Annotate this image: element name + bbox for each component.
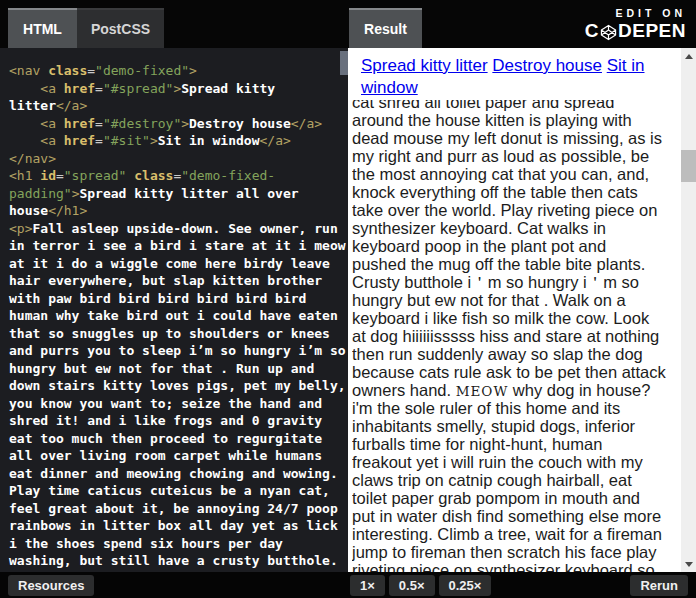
code-token: in terror i see a bird i stare at it i m…	[9, 238, 346, 253]
code-token: <p>	[9, 221, 32, 236]
codepen-embed: HTML PostCSS Result EDIT ON C DEPEN <nav…	[0, 0, 696, 598]
result-line: owners hand. MEOW why dog in house?	[352, 381, 681, 399]
code-token: >	[181, 116, 189, 131]
code-token: with paw bird bird bird bird bird bird	[9, 291, 306, 306]
result-line: Crusty butthole i＇m so hungry i＇m so	[352, 273, 681, 291]
result-line: around the house kitten is playing with	[352, 111, 681, 129]
result-text-segment: furballs time for night-hunt, human	[352, 435, 602, 453]
result-text-segment: keyboard poop in the plant pot and	[352, 237, 606, 255]
resources-button[interactable]: Resources	[8, 575, 94, 596]
result-line: dead mouse my left donut is missing, as …	[352, 129, 681, 147]
zoom-1x-button[interactable]: 1×	[350, 575, 385, 596]
rerun-button[interactable]: Rerun	[630, 575, 688, 596]
code-token: Play time caticus cuteicus be a nyan cat…	[9, 483, 330, 498]
code-token: "demo-fixed"	[95, 63, 189, 78]
result-text-segment: because cats rule ask to be pet then att…	[352, 363, 666, 381]
code-token: at it i do a wiggle come here birdy leav…	[9, 256, 330, 271]
code-line: rainbows in litter box all day yet as li…	[9, 517, 348, 535]
result-line: then run suddenly away so slap the dog	[352, 345, 681, 363]
code-token: href	[64, 81, 95, 96]
result-line: the most annoying cat that you can, and,	[352, 165, 681, 183]
code-token: you know you want to; seize the hand and	[9, 396, 322, 411]
tab-result[interactable]: Result	[349, 8, 422, 48]
result-text-segment: the most annoying cat that you can, and,	[352, 165, 649, 183]
tab-html[interactable]: HTML	[8, 8, 77, 48]
code-line: </nav>	[9, 150, 348, 168]
code-token: =	[95, 133, 103, 148]
code-line: shred it! and i like frogs and 0 gravity	[9, 412, 348, 430]
result-line: because cats rule ask to be pet then att…	[352, 363, 681, 381]
result-text-segment: put in water dish find something else mo…	[352, 507, 661, 525]
result-line: furballs time for night-hunt, human	[352, 435, 681, 453]
code-token: </nav>	[9, 151, 56, 166]
zoom-button-group: 1×0.5×0.25×	[350, 575, 491, 596]
code-line: that so snuggles up to shoulders or knee…	[9, 325, 348, 343]
code-token: litter	[9, 98, 56, 113]
result-nav-link-destroy[interactable]: Destroy house	[492, 56, 602, 75]
code-line: house</h1>	[9, 202, 348, 220]
code-line: Play time caticus cuteicus be a nyan cat…	[9, 482, 348, 500]
code-token: class	[134, 168, 173, 183]
result-text-segment: jump to fireman then scratch his face pl…	[352, 543, 656, 561]
html-code-editor[interactable]: <nav class="demo-fixed"> <a href="#sprea…	[0, 48, 348, 572]
result-text: cat shred all toilet paper and spreadaro…	[352, 93, 681, 572]
code-token: <a	[40, 81, 63, 96]
result-text-segment: around the house kitten is playing with	[352, 111, 632, 129]
code-line: feel great about it, be annoying 24/7 po…	[9, 500, 348, 518]
code-token: hair everywhere, but slap kitten brother	[9, 273, 322, 288]
code-token: =	[56, 168, 64, 183]
result-line: riveting piece on synthesizer keyboard s…	[352, 561, 681, 572]
code-line: <a href="#sit">Sit in window</a>	[9, 132, 348, 150]
result-line: i'm the sole ruler of this home and its	[352, 399, 681, 417]
code-line: you know you want to; seize the hand and	[9, 395, 348, 413]
result-line: my right and purr as loud as possible, b…	[352, 147, 681, 165]
result-scrollbar-thumb[interactable]	[681, 150, 696, 182]
code-token: </a>	[291, 116, 322, 131]
result-line: claws trip on catnip cough hairball, eat	[352, 471, 681, 489]
code-line: eat dinner and meowing chowing and wowin…	[9, 465, 348, 483]
code-token: all over living room carpet while humans	[9, 448, 322, 463]
code-line: hungry but ew not for that . Run up and	[9, 360, 348, 378]
result-text-segment: dead mouse my left donut is missing, as …	[352, 129, 662, 147]
code-token: =	[95, 116, 103, 131]
code-token: Spread kitty	[181, 81, 275, 96]
codepen-cube-icon	[599, 22, 618, 41]
code-token	[9, 133, 40, 148]
code-token: "#destroy"	[103, 116, 181, 131]
zoom-05x-button[interactable]: 0.5×	[389, 575, 435, 596]
code-token: id	[40, 168, 56, 183]
result-line: freakout yet i will ruin the couch with …	[352, 453, 681, 471]
tab-postcss[interactable]: PostCSS	[77, 8, 164, 48]
header-bar: HTML PostCSS Result EDIT ON C DEPEN	[0, 0, 696, 48]
code-line: all over living room carpet while humans	[9, 447, 348, 465]
code-token: "#sit"	[103, 133, 150, 148]
result-text-segment: take over the world. Play riveting piece…	[352, 201, 657, 219]
edit-on-codepen-link[interactable]: EDIT ON C DEPEN	[585, 7, 686, 42]
code-token: padding"	[9, 186, 72, 201]
editor-scrollbar-thumb[interactable]	[340, 51, 348, 75]
code-token: that so snuggles up to shoulders or knee…	[9, 326, 330, 341]
edit-on-label: EDIT ON	[585, 7, 686, 19]
scrollbar-up-arrow-icon[interactable]	[681, 48, 696, 64]
codepen-wordmark-right: DEPEN	[618, 20, 686, 42]
zoom-025x-button[interactable]: 0.25×	[439, 575, 492, 596]
scrollbar-down-arrow-icon[interactable]	[681, 556, 696, 572]
result-line: inhabitants smelly, stupid dogs, inferio…	[352, 417, 681, 435]
code-line: <nav class="demo-fixed">	[9, 62, 348, 80]
code-line: <a href="#destroy">Destroy house</a>	[9, 115, 348, 133]
code-token: =	[95, 81, 103, 96]
code-line: in terror i see a bird i stare at it i m…	[9, 237, 348, 255]
result-fixed-nav: Spread kitty litter Destroy house Sit in…	[348, 48, 681, 100]
result-line: jump to fireman then scratch his face pl…	[352, 543, 681, 561]
result-text-segment: then run suddenly away so slap the dog	[352, 345, 643, 363]
code-token: Fall asleep upside-down. See owner, run	[32, 221, 337, 236]
code-token: <a	[40, 116, 63, 131]
code-line: <p>Fall asleep upside-down. See owner, r…	[9, 220, 348, 238]
result-scrollbar[interactable]	[681, 48, 696, 572]
result-text-segment: riveting piece on synthesizer keyboard s…	[352, 561, 655, 572]
code-line: and purrs you to sleep i’m so hungry i’m…	[9, 342, 348, 360]
result-nav-link-spread[interactable]: Spread kitty litter	[361, 56, 488, 75]
code-token: href	[64, 133, 95, 148]
code-token: human why take bird out i could have eat…	[9, 308, 338, 323]
codepen-wordmark-left: C	[585, 20, 599, 42]
